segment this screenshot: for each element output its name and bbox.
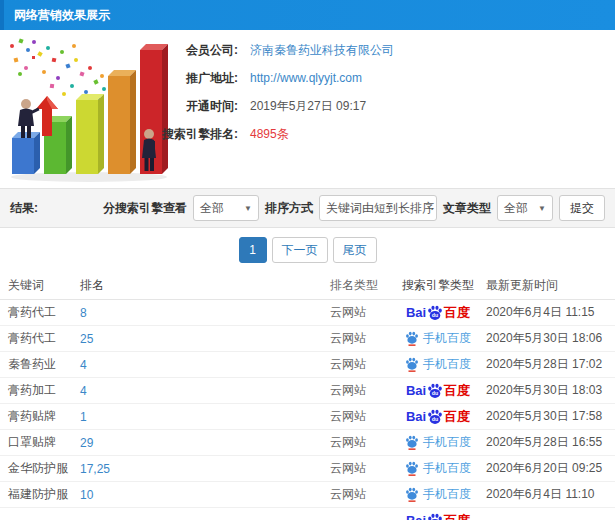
engine-cell: Bai du 百度	[392, 486, 484, 503]
baidu-cn-text: 百度	[444, 512, 470, 520]
company-label: 会员公司:	[150, 42, 238, 59]
svg-text:du: du	[432, 416, 438, 422]
header-engine-type: 搜索引擎类型	[392, 277, 484, 294]
mobile-baidu-label: 手机百度	[423, 356, 471, 373]
updated-cell: 2020年5月30日 17:58	[484, 408, 615, 425]
page-1-button[interactable]: 1	[239, 237, 267, 263]
keyword-cell: 口罩贴牌	[0, 434, 80, 451]
baidu-latin-text: Bai	[406, 409, 426, 424]
url-label: 推广地址:	[150, 70, 238, 87]
engine-cell: Bai du 百度	[392, 356, 484, 373]
sort-filter-select[interactable]: 关键词由短到长排序 ▼	[319, 195, 437, 221]
engine-filter-select[interactable]: 全部 ▼	[193, 195, 259, 221]
mobile-baidu-badge: 手机百度	[405, 330, 471, 347]
table-row: 福建防护服 10 云网站 Bai du 百度	[0, 482, 615, 508]
window-titlebar: 网络营销效果展示	[0, 0, 615, 30]
company-link[interactable]: 济南秦鲁药业科技有限公司	[250, 42, 394, 59]
table-body: 膏药代工 8 云网站 Bai du 百度	[0, 300, 615, 520]
keyword-cell: 膏药代工	[0, 304, 80, 321]
chevron-down-icon: ▼	[530, 204, 546, 213]
table-row: 膏药加工 4 云网站 Bai du 百度	[0, 378, 615, 404]
pagination: 1 下一页 尾页	[0, 228, 615, 272]
rank-type-cell: 云网站	[330, 382, 392, 399]
rank-link[interactable]: 10	[80, 488, 330, 502]
updated-cell: 2020年6月4日 11:15	[484, 304, 615, 321]
updated-cell: 2020年5月28日 16:55	[484, 434, 615, 451]
rank-type-cell: 云网站	[330, 304, 392, 321]
mobile-baidu-paw-icon	[405, 331, 419, 346]
promotion-url-link[interactable]: http://www.qlyyjt.com	[250, 71, 362, 85]
keyword-cell: 秦鲁药业	[0, 356, 80, 373]
engine-cell: Bai du 百度	[392, 512, 484, 520]
bar-chart-illustration	[4, 34, 172, 184]
baidu-cn-text: 百度	[444, 304, 470, 322]
mobile-baidu-paw-icon	[405, 357, 419, 372]
header-updated: 最新更新时间	[484, 277, 615, 294]
engine-cell: Bai du 百度	[392, 434, 484, 451]
updated-cell: 2020年5月30日 18:06	[484, 330, 615, 347]
rank-type-cell: 云网站	[330, 330, 392, 347]
sort-filter-label: 排序方式	[265, 200, 313, 217]
keyword-cell: 福建防护服	[0, 486, 80, 503]
info-row-company: 会员公司: 济南秦鲁药业科技有限公司	[150, 36, 615, 64]
engine-filter-value: 全部	[200, 200, 224, 217]
table-row: 膏药贴牌 1 云网站 Bai du 百度	[0, 404, 615, 430]
mobile-baidu-label: 手机百度	[423, 330, 471, 347]
header-rank-type: 排名类型	[330, 277, 392, 294]
mobile-baidu-badge: 手机百度	[405, 434, 471, 451]
updated-cell: 2020年6月20日 09:25	[484, 460, 615, 477]
keyword-cell: 膏药代工	[0, 330, 80, 347]
article-type-label: 文章类型	[443, 200, 491, 217]
engine-cell: Bai du 百度	[392, 304, 484, 322]
article-type-value: 全部	[504, 200, 528, 217]
filter-bar: 结果: 分搜索引擎查看 全部 ▼ 排序方式 关键词由短到长排序 ▼ 文章类型 全…	[0, 188, 615, 228]
rank-link[interactable]: 4	[80, 358, 330, 372]
rank-link[interactable]: 17,25	[80, 462, 330, 476]
ranking-table: 关键词 排名 排名类型 搜索引擎类型 最新更新时间 膏药代工 8 云网站 Bai…	[0, 272, 615, 520]
table-row: Bai du 百度	[0, 508, 615, 520]
rank-link[interactable]: 4	[80, 384, 330, 398]
filter-controls: 分搜索引擎查看 全部 ▼ 排序方式 关键词由短到长排序 ▼ 文章类型 全部 ▼ …	[103, 195, 605, 221]
rank-count-label: 搜索引擎排名:	[150, 126, 238, 143]
next-page-button[interactable]: 下一页	[272, 237, 328, 263]
baidu-paw-icon: du	[427, 513, 443, 520]
table-row: 膏药代工 25 云网站 Bai du 百度	[0, 326, 615, 352]
mobile-baidu-paw-icon	[405, 435, 419, 450]
sort-filter-value: 关键词由短到长排序	[326, 200, 434, 217]
table-header-row: 关键词 排名 排名类型 搜索引擎类型 最新更新时间	[0, 272, 615, 300]
rank-link[interactable]: 29	[80, 436, 330, 450]
baidu-latin-text: Bai	[406, 513, 426, 520]
page-title: 网络营销效果展示	[14, 8, 110, 22]
info-row-rank-count: 搜索引擎排名: 4895条	[150, 120, 615, 148]
open-time-label: 开通时间:	[150, 98, 238, 115]
mobile-baidu-label: 手机百度	[423, 434, 471, 451]
updated-cell: 2020年6月4日 11:10	[484, 486, 615, 503]
rank-link[interactable]: 25	[80, 332, 330, 346]
bar-blue	[12, 132, 40, 174]
mobile-baidu-label: 手机百度	[423, 486, 471, 503]
article-type-select[interactable]: 全部 ▼	[497, 195, 553, 221]
baidu-latin-text: Bai	[406, 305, 426, 320]
bar-orange	[108, 70, 136, 174]
open-time-value: 2019年5月27日 09:17	[250, 98, 366, 115]
baidu-paw-icon: du	[427, 409, 443, 425]
header-keyword: 关键词	[0, 277, 80, 294]
submit-button[interactable]: 提交	[559, 195, 605, 221]
engine-cell: Bai du 百度	[392, 408, 484, 426]
table-row: 秦鲁药业 4 云网站 Bai du 百度	[0, 352, 615, 378]
engine-cell: Bai du 百度	[392, 460, 484, 477]
keyword-cell: 膏药贴牌	[0, 408, 80, 425]
table-row: 金华防护服 17,25 云网站 Bai du 百度	[0, 456, 615, 482]
member-info: 会员公司: 济南秦鲁药业科技有限公司 推广地址: http://www.qlyy…	[150, 36, 615, 148]
last-page-button[interactable]: 尾页	[333, 237, 377, 263]
engine-filter-label: 分搜索引擎查看	[103, 200, 187, 217]
header-rank: 排名	[80, 277, 330, 294]
rank-link[interactable]: 8	[80, 306, 330, 320]
baidu-cn-text: 百度	[444, 408, 470, 426]
baidu-logo: Bai du 百度	[406, 512, 470, 520]
updated-cell: 2020年5月30日 18:03	[484, 382, 615, 399]
keyword-cell: 金华防护服	[0, 460, 80, 477]
rank-link[interactable]: 1	[80, 410, 330, 424]
confetti-dots	[10, 38, 106, 102]
baidu-cn-text: 百度	[444, 382, 470, 400]
